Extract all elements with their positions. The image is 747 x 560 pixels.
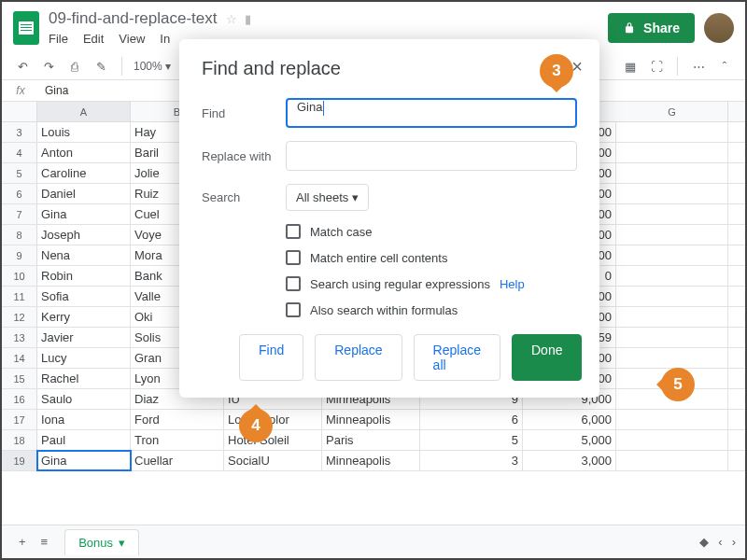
cell[interactable]: Louis xyxy=(37,122,131,142)
cell[interactable]: Anton xyxy=(37,143,131,162)
cell[interactable] xyxy=(616,266,728,286)
explore-icon[interactable]: ◆ xyxy=(699,535,709,549)
zoom-select[interactable]: 100% ▾ xyxy=(134,60,171,73)
cell[interactable]: 3,000 xyxy=(523,451,616,470)
row-header[interactable]: 18 xyxy=(2,430,37,450)
star-icon[interactable]: ☆ xyxy=(226,12,237,26)
print-icon[interactable]: ⎙ xyxy=(65,57,84,76)
replace-input[interactable] xyxy=(286,141,577,171)
row-header[interactable]: 9 xyxy=(2,245,37,265)
row-header[interactable]: 13 xyxy=(2,328,37,347)
cell[interactable]: 6 xyxy=(420,410,523,429)
cell[interactable]: Ford xyxy=(131,410,224,429)
redo-icon[interactable]: ↷ xyxy=(39,57,58,76)
cell[interactable]: Hotel Soleil xyxy=(224,430,322,450)
menu-insert[interactable]: In xyxy=(160,32,170,46)
formula-bar[interactable]: Gina xyxy=(41,84,68,97)
cell[interactable]: Robin xyxy=(37,266,131,286)
find-input[interactable]: Gina xyxy=(286,98,577,128)
share-button[interactable]: Share xyxy=(608,13,695,43)
replace-button[interactable]: Replace xyxy=(315,334,402,381)
row-header[interactable]: 6 xyxy=(2,184,37,203)
cell[interactable]: Caroline xyxy=(37,163,131,183)
row-header[interactable]: 7 xyxy=(2,204,37,224)
row-header[interactable]: 3 xyxy=(2,122,37,142)
all-sheets-button[interactable]: ≡ xyxy=(34,531,56,553)
cell[interactable]: Daniel xyxy=(37,184,131,203)
cell[interactable]: 3 xyxy=(420,451,523,470)
cell[interactable] xyxy=(616,204,728,224)
cell[interactable]: Javier xyxy=(37,328,131,347)
row-header[interactable]: 8 xyxy=(2,225,37,245)
find-button[interactable]: Find xyxy=(239,334,303,381)
done-button[interactable]: Done xyxy=(512,334,582,381)
row-header[interactable]: 10 xyxy=(2,266,37,286)
row-header[interactable]: 19 xyxy=(2,451,37,470)
cell[interactable]: Minneapolis xyxy=(322,451,420,470)
chevron-left-icon[interactable]: ‹ xyxy=(718,535,722,549)
cell[interactable]: Gina xyxy=(37,451,131,470)
cell[interactable]: Lucy xyxy=(37,348,131,368)
cell[interactable] xyxy=(616,348,728,368)
row-header[interactable]: 11 xyxy=(2,287,37,306)
cell[interactable] xyxy=(616,451,728,470)
cell[interactable]: 5,000 xyxy=(523,430,616,450)
cell[interactable]: Cuellar xyxy=(131,451,224,470)
doc-title[interactable]: 09-find-and-replace-text xyxy=(49,9,217,27)
menu-view[interactable]: View xyxy=(119,32,145,46)
cell[interactable] xyxy=(616,225,728,245)
cell[interactable]: Iona xyxy=(37,410,131,429)
avatar[interactable] xyxy=(704,13,734,43)
cell[interactable] xyxy=(616,143,728,162)
row-header[interactable]: 14 xyxy=(2,348,37,368)
collapse-icon[interactable]: ˆ xyxy=(715,57,734,76)
cell[interactable]: Sofia xyxy=(37,287,131,306)
search-scope-select[interactable]: All sheets▾ xyxy=(286,184,369,211)
folder-icon[interactable]: ▮ xyxy=(245,12,251,26)
cell[interactable]: Paul xyxy=(37,430,131,450)
cell[interactable] xyxy=(616,184,728,203)
regex-help-link[interactable]: Help xyxy=(500,277,525,291)
cell[interactable] xyxy=(616,430,728,450)
formulas-checkbox[interactable] xyxy=(286,302,301,317)
menu-edit[interactable]: Edit xyxy=(83,32,104,46)
chevron-right-icon[interactable]: › xyxy=(732,535,736,549)
add-sheet-button[interactable]: + xyxy=(11,531,34,553)
cell[interactable] xyxy=(616,410,728,429)
sheets-logo[interactable] xyxy=(13,11,39,45)
cell[interactable] xyxy=(616,245,728,265)
paint-format-icon[interactable]: ✎ xyxy=(92,57,110,76)
regex-checkbox[interactable] xyxy=(286,276,301,291)
row-header[interactable]: 15 xyxy=(2,369,37,388)
cell[interactable]: Nena xyxy=(37,245,131,265)
cell[interactable]: 6,000 xyxy=(523,410,616,429)
row-header[interactable]: 5 xyxy=(2,163,37,183)
cell[interactable] xyxy=(616,287,728,306)
merge-icon[interactable]: ⛶ xyxy=(647,57,666,76)
replace-all-button[interactable]: Replace all xyxy=(414,334,500,381)
undo-icon[interactable]: ↶ xyxy=(13,57,32,76)
cell[interactable] xyxy=(616,163,728,183)
more-icon[interactable]: ⋯ xyxy=(689,57,708,76)
col-header-g[interactable]: G xyxy=(616,102,728,121)
close-icon[interactable]: × xyxy=(571,56,583,77)
cell[interactable]: Tron xyxy=(131,430,224,450)
cell[interactable] xyxy=(616,122,728,142)
menu-file[interactable]: File xyxy=(49,32,68,46)
row-header[interactable]: 16 xyxy=(2,389,37,409)
match-entire-checkbox[interactable] xyxy=(286,250,301,265)
row-header[interactable]: 4 xyxy=(2,143,37,162)
row-header[interactable]: 12 xyxy=(2,307,37,327)
cell[interactable]: Joseph xyxy=(37,225,131,245)
row-header[interactable]: 17 xyxy=(2,410,37,429)
cell[interactable]: Kerry xyxy=(37,307,131,327)
cell[interactable]: SocialU xyxy=(224,451,322,470)
match-case-checkbox[interactable] xyxy=(286,224,301,239)
sheet-tab-bonus[interactable]: Bonus▾ xyxy=(64,529,139,555)
cell[interactable] xyxy=(616,328,728,347)
cell[interactable] xyxy=(616,307,728,327)
cell[interactable]: Rachel xyxy=(37,369,131,388)
cell[interactable]: Gina xyxy=(37,204,131,224)
col-header-a[interactable]: A xyxy=(37,102,131,121)
cell[interactable]: 5 xyxy=(420,430,523,450)
